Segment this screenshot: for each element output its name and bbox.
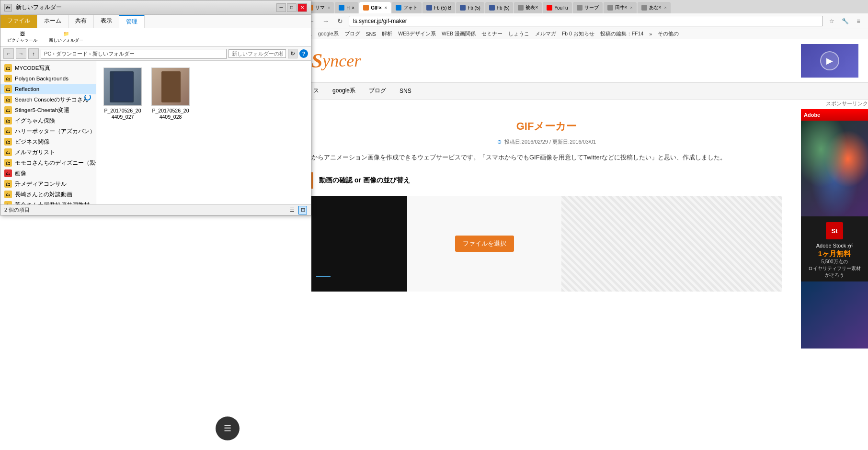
sidebar-item-searchconsole[interactable]: 🗂 Search Consoleのサチコさん — [0, 94, 96, 105]
bookmark-webmanga[interactable]: WEB 漫画関係 — [440, 30, 477, 38]
sidebar-item-polygon[interactable]: 🗂 Polygon Backgrounds — [0, 73, 96, 84]
bookmark-shoko[interactable]: しょうこ — [507, 30, 531, 38]
thumbnail-image-2 — [152, 68, 189, 106]
file-select-button[interactable]: ファイルを選択 — [455, 236, 514, 252]
adobe-text-1: Adobe Stock が — [805, 242, 864, 249]
title-bar-icons: 🗁 — [4, 4, 12, 11]
ribbon-newfolder-btn[interactable]: 📁 新しいフォルダー — [46, 30, 86, 45]
folder-icon: 🗂 — [4, 75, 12, 82]
folder-icon: 🗂 — [4, 180, 12, 188]
sidebar-item-stinger[interactable]: 🗂 Stinger5-Cheetah変遷 — [0, 105, 96, 115]
browser-tab-serve[interactable]: サーブ — [573, 2, 603, 13]
sidebar-item-nagasaki[interactable]: 🗂 長崎さんとの対談動画 — [0, 189, 96, 200]
star-button[interactable]: ☆ — [826, 15, 837, 27]
nav-item[interactable]: google系 — [331, 83, 357, 100]
up-button[interactable]: ↑ — [28, 48, 39, 59]
syncer-logo: S ynce r — [311, 49, 361, 72]
browser-tab-ana[interactable]: あな× × — [638, 2, 671, 13]
bookmark-merumaga[interactable]: メルマガ — [534, 30, 558, 38]
bookmark-more[interactable]: » — [648, 31, 653, 37]
browser-tab-gif[interactable]: GIF× × — [359, 2, 391, 13]
tab-share[interactable]: 共有 — [69, 15, 94, 28]
sidebar-item-igu[interactable]: 🗂 イグちゃん保険 — [0, 115, 96, 126]
thumbnail-view-button[interactable]: ⊞ — [298, 206, 307, 214]
tab-home[interactable]: ホーム — [37, 15, 69, 28]
sidebar-item-gazo[interactable]: 🗂 画像 — [0, 168, 96, 179]
browser-tab-fb2[interactable]: Fb (5) — [456, 2, 484, 13]
explorer-main: 🗂 MYCODE写真 🗂 Polygon Backgrounds 🗂 Refle… — [0, 61, 311, 204]
folder-icon: 🗂 — [4, 159, 12, 167]
bookmark-post[interactable]: 投稿の編集：FF14 — [599, 30, 645, 38]
bookmark-google[interactable]: google系 — [317, 30, 340, 38]
nav-item[interactable]: ス — [311, 83, 321, 100]
browser-tab-fl[interactable]: Fl × — [335, 2, 358, 13]
browser-tab-hyo[interactable]: 被表× — [514, 2, 542, 13]
adobe-text-3: 5,500万点の — [805, 259, 864, 265]
adobe-ad-banner[interactable]: Adobe St Adobe Stock が 1ヶ月無料 5,500万点の ロイ… — [801, 109, 868, 349]
browser-tab-fb1[interactable]: Fb (5) B — [423, 2, 455, 13]
browser-url-input[interactable] — [349, 16, 823, 26]
folder-icon: 🗂 — [4, 96, 12, 103]
post-date: 投稿日:2016/02/29 / 更新日:2016/03/01 — [504, 138, 596, 146]
nav-item[interactable]: SNS — [398, 84, 413, 99]
browser-tab-photo[interactable]: フォト — [392, 2, 422, 13]
forward-button[interactable]: → — [16, 48, 26, 59]
bookmark-seminar[interactable]: セミナー — [480, 30, 504, 38]
minimize-button[interactable]: ─ — [276, 3, 286, 12]
browser-tab-fb3[interactable]: Fb (5) — [485, 2, 514, 13]
tab-view[interactable]: 表示 — [94, 15, 119, 28]
tab-favicon — [607, 5, 613, 11]
browser-tab-youtube[interactable]: YouTu — [543, 2, 571, 13]
back-button[interactable]: ← — [3, 48, 14, 59]
file-label-1: P_20170526_204409_027 — [103, 108, 142, 120]
ribbon-content: 🖼 ピクチャツール 📁 新しいフォルダー — [0, 28, 311, 46]
sidebar: 🗂 MYCODE写真 🗂 Polygon Backgrounds 🗂 Refle… — [0, 61, 96, 204]
sidebar-item-melma[interactable]: 🗂 メルマガリスト — [0, 147, 96, 158]
help-icon[interactable]: ? — [299, 49, 308, 58]
tab-manage[interactable]: 管理 — [119, 15, 145, 28]
main-content-area: GIFメーカー ⊙ 投稿日:2016/02/29 / 更新日:2016/03/0… — [302, 100, 791, 349]
folder-icon-red: 🗂 — [4, 169, 12, 177]
ribbon: ファイル ホーム 共有 表示 管理 🖼 ピクチャツール 📁 新しいフォルダー — [0, 15, 311, 47]
maximize-button[interactable]: □ — [287, 3, 297, 12]
bookmark-analysis[interactable]: 解析 — [380, 30, 394, 38]
sidebar-item-momoko[interactable]: 🗂 モモコさんちのディズニー（親子でデ — [0, 158, 96, 168]
file-thumbnail-1 — [103, 68, 142, 106]
tab-file[interactable]: ファイル — [0, 15, 37, 28]
extension-button[interactable]: 🔧 — [839, 15, 851, 27]
menu-button[interactable]: ≡ — [853, 15, 864, 27]
bookmark-webdesign[interactable]: WEBデザイン系 — [397, 30, 437, 38]
scroll-top-button[interactable]: ☰ — [216, 416, 240, 440]
view-controls: ☰ ⊞ — [288, 206, 307, 214]
sidebar-item-mycode[interactable]: 🗂 MYCODE写真 — [0, 63, 96, 73]
sidebar-item-masu[interactable]: 🗂 升メディアコンサル — [0, 179, 96, 189]
list-item[interactable]: P_20170526_204409_028 — [149, 66, 192, 122]
bookmark-blog[interactable]: ブログ — [343, 30, 362, 38]
list-view-button[interactable]: ☰ — [288, 206, 297, 214]
tab-favicon — [547, 5, 552, 11]
browser-forward-button[interactable]: → — [320, 15, 331, 27]
bookmark-other[interactable]: その他の — [656, 30, 680, 38]
bookmark-sns[interactable]: SNS — [365, 31, 378, 37]
folder-icon: 🗂 — [4, 117, 12, 124]
sidebar-item-business[interactable]: 🗂 ビジネス関係 — [0, 136, 96, 147]
search-input[interactable] — [228, 49, 286, 58]
refresh-button[interactable]: ↻ — [288, 49, 297, 58]
sidebar-item-reflection[interactable]: 🗂 Reflection — [0, 84, 96, 94]
nav-item[interactable]: ブログ — [367, 83, 388, 100]
browser-refresh-button[interactable]: ↻ — [334, 15, 346, 27]
bookmark-fb[interactable]: Fb 0 お知らせ — [560, 30, 596, 38]
browser-addressbar: ← → ↻ ☆ 🔧 ≡ — [302, 13, 868, 29]
list-item[interactable]: P_20170526_204409_027 — [101, 66, 144, 122]
ribbon-manage-btn[interactable]: 🖼 ピクチャツール — [4, 30, 40, 45]
window-title: 新しいフォルダー — [16, 3, 276, 11]
browser-chrome: サマ × Fl × GIF× × フォト Fb (5) B — [302, 0, 868, 39]
address-path[interactable]: PC › ダウンロード › 新しいフォルダー — [41, 49, 227, 59]
sidebar-item-harry[interactable]: 🗂 ハリーポッター（アズカバン） — [0, 126, 96, 136]
preview-progress-bar — [316, 276, 331, 277]
page-body: GIFメーカー ⊙ 投稿日:2016/02/29 / 更新日:2016/03/0… — [302, 100, 868, 349]
window-icon: 🗁 — [4, 4, 12, 11]
close-button[interactable]: ✕ — [297, 3, 307, 12]
browser-tab-tagyu[interactable]: 田牛× × — [604, 2, 637, 13]
sidebar-item-ochiai[interactable]: 🗂 落合さん土屋君松原共同教材 — [0, 200, 96, 204]
